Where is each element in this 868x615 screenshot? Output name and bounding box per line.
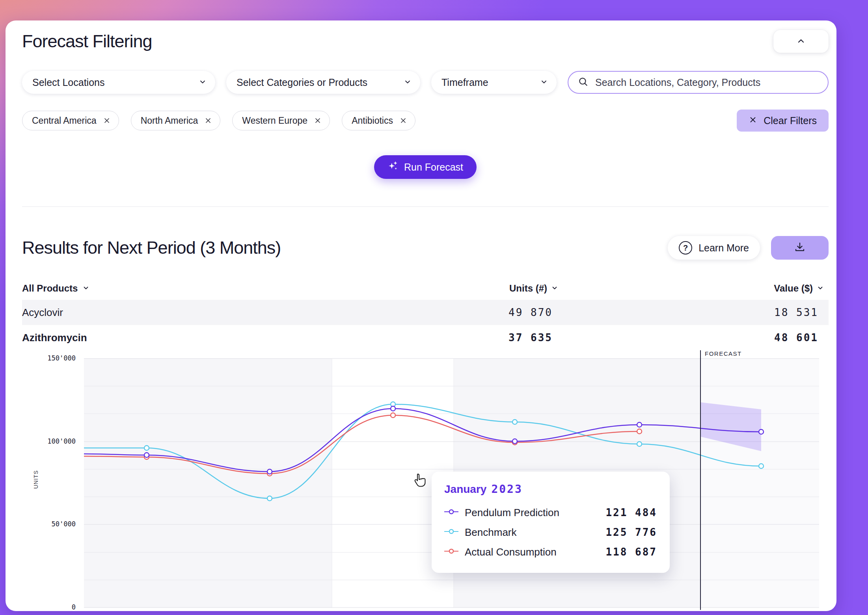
actual-legend-icon — [444, 548, 458, 556]
y-tick-150000: 150'000 — [22, 354, 76, 362]
tooltip-series-value: 118 687 — [605, 546, 657, 558]
close-icon — [749, 115, 757, 126]
units-header-label: Units (#) — [509, 283, 547, 294]
y-tick-0: 0 — [22, 603, 76, 611]
cursor-hand-icon — [413, 473, 427, 490]
units-value: 37 635 — [509, 332, 553, 344]
download-button[interactable] — [771, 236, 829, 260]
y-tick-100000: 100'000 — [22, 437, 76, 445]
learn-more-label: Learn More — [698, 242, 749, 254]
value-value: 18 531 — [774, 307, 818, 318]
active-filter-chips: Central America North America Western Eu… — [22, 110, 829, 132]
chip-label: North America — [141, 115, 198, 126]
products-header-label: All Products — [22, 283, 78, 294]
locations-dropdown-label: Select Locations — [32, 77, 104, 88]
question-glyph: ? — [683, 243, 688, 253]
chevron-up-icon — [796, 36, 806, 47]
close-icon[interactable] — [204, 117, 212, 124]
run-forecast-label: Run Forecast — [404, 162, 463, 173]
question-icon: ? — [679, 241, 692, 255]
product-name: Azithromycin — [22, 332, 87, 344]
run-forecast-row: Run Forecast — [22, 155, 829, 179]
chip-label: Central America — [32, 115, 97, 126]
clear-filters-label: Clear Filters — [764, 115, 817, 126]
filter-chip-western-europe[interactable]: Western Europe — [232, 111, 330, 130]
tooltip-month: January — [444, 483, 486, 496]
tooltip-year: 2023 — [491, 483, 522, 496]
page-title: Forecast Filtering — [22, 31, 152, 52]
categories-dropdown-label: Select Categories or Products — [237, 77, 367, 88]
value-value: 48 601 — [774, 332, 818, 344]
results-table: All Products Units (#) Value ($) Acyclov… — [22, 277, 829, 350]
units-column-header[interactable]: Units (#) — [509, 283, 558, 294]
search-input[interactable] — [594, 76, 818, 89]
pendulum-legend-icon — [444, 509, 458, 516]
close-icon[interactable] — [103, 117, 111, 124]
chip-label: Western Europe — [242, 115, 307, 126]
filter-chip-north-america[interactable]: North America — [131, 111, 221, 130]
filter-chip-antibiotics[interactable]: Antibiotics — [342, 111, 415, 130]
sparkle-icon — [387, 161, 398, 173]
search-box — [568, 71, 829, 94]
products-column-header[interactable]: All Products — [22, 283, 89, 294]
y-tick-50000: 50'000 — [22, 520, 76, 528]
tooltip-series-value: 121 484 — [605, 507, 657, 518]
close-icon[interactable] — [399, 117, 407, 124]
categories-dropdown[interactable]: Select Categories or Products — [226, 71, 420, 94]
filter-controls: Select Locations Select Categories or Pr… — [22, 71, 829, 94]
chip-label: Antibiotics — [352, 115, 393, 126]
forecast-chart-area: 150'000 100'000 50'000 0 UNITS — [22, 350, 829, 610]
timeframe-dropdown[interactable]: Timeframe — [431, 71, 557, 94]
tooltip-row-benchmark: Benchmark 125 776 — [444, 522, 657, 542]
forecast-boundary-line — [700, 350, 701, 610]
value-column-header[interactable]: Value ($) — [774, 283, 824, 294]
value-header-label: Value ($) — [774, 283, 813, 294]
collapse-panel-button[interactable] — [773, 30, 829, 53]
clear-filters-button[interactable]: Clear Filters — [737, 110, 829, 132]
tooltip-header: January 2023 — [444, 483, 657, 496]
download-icon — [794, 242, 806, 255]
chevron-down-icon — [199, 77, 207, 88]
results-header: Results for Next Period (3 Months) ? Lea… — [22, 236, 829, 260]
results-title: Results for Next Period (3 Months) — [22, 238, 668, 258]
product-name: Acyclovir — [22, 307, 63, 319]
tooltip-series-label: Pendulum Prediction — [465, 507, 559, 519]
table-row-acyclovir[interactable]: Acyclovir 49 870 18 531 — [22, 300, 829, 325]
chevron-down-icon — [817, 283, 824, 294]
tooltip-row-actual: Actual Consumption 118 687 — [444, 542, 657, 562]
y-axis-label: UNITS — [33, 460, 39, 499]
filter-chip-central-america[interactable]: Central America — [22, 111, 119, 130]
chart-tooltip: January 2023 Pendulum Prediction 121 484… — [432, 472, 670, 573]
benchmark-legend-icon — [444, 529, 458, 536]
close-icon[interactable] — [314, 117, 322, 124]
chevron-down-icon — [551, 283, 558, 294]
run-forecast-button[interactable]: Run Forecast — [374, 155, 477, 179]
tooltip-series-label: Actual Consumption — [465, 546, 557, 558]
timeframe-dropdown-label: Timeframe — [441, 77, 488, 88]
tooltip-series-label: Benchmark — [465, 526, 517, 539]
tooltip-row-pendulum: Pendulum Prediction 121 484 — [444, 503, 657, 522]
tooltip-series-value: 125 776 — [605, 526, 657, 538]
search-icon — [578, 76, 588, 88]
table-header-row: All Products Units (#) Value ($) — [22, 277, 829, 300]
units-value: 49 870 — [509, 307, 553, 318]
section-divider — [22, 206, 829, 207]
chevron-down-icon — [404, 77, 412, 88]
learn-more-button[interactable]: ? Learn More — [668, 236, 760, 260]
forecast-panel: Forecast Filtering Select Locations Sele… — [6, 20, 836, 611]
locations-dropdown[interactable]: Select Locations — [22, 71, 215, 94]
forecast-label: FORECAST — [705, 350, 742, 357]
table-row-azithromycin[interactable]: Azithromycin 37 635 48 601 — [22, 325, 829, 350]
panel-header: Forecast Filtering — [22, 30, 829, 53]
chevron-down-icon — [82, 283, 89, 294]
chevron-down-icon — [540, 77, 548, 88]
page-background: { "colors": { "accent": "#5a28e0", "acce… — [0, 0, 868, 615]
